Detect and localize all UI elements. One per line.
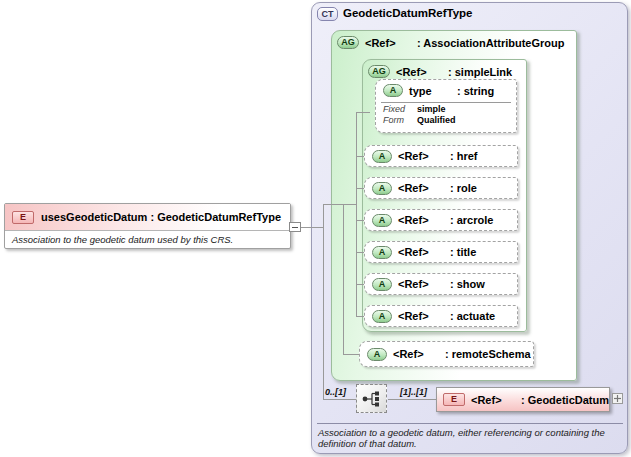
connector-line	[323, 399, 356, 400]
complextype-badge: CT	[317, 7, 338, 21]
attribute-group-ref: <Ref>	[365, 37, 411, 49]
attribute-box-role[interactable]: A <Ref> : role	[364, 177, 518, 199]
connector-line	[323, 204, 324, 399]
element-badge-icon: E	[443, 393, 465, 406]
connector-line	[356, 112, 357, 316]
element-title-row: E usesGeodeticDatum : GeodeticDatumRefTy…	[5, 204, 290, 231]
attribute-ref: <Ref>	[393, 348, 439, 360]
attribute-ref: <Ref>	[398, 310, 444, 322]
attribute-type: : string	[457, 85, 494, 97]
connector-line	[323, 204, 356, 205]
connector-line	[356, 156, 364, 157]
attribute-name: : show	[450, 278, 485, 290]
multiplicity-label: 0..[1]	[325, 387, 346, 397]
element-annotation: Association to the geodetic datum used b…	[5, 231, 290, 245]
element-name: : GeodeticDatum	[521, 394, 609, 406]
attribute-badge-icon: A	[372, 310, 392, 323]
attribute-name: : title	[450, 246, 476, 258]
annotation-divider	[317, 423, 623, 424]
attribute-badge-icon: A	[372, 214, 392, 227]
attribute-box-remoteSchema[interactable]: A <Ref> : remoteSchema	[359, 341, 534, 367]
attribute-ref: <Ref>	[398, 182, 444, 194]
attribute-box-title[interactable]: A <Ref> : title	[364, 241, 518, 263]
facet-label: Fixed	[383, 104, 417, 115]
minus-icon	[292, 227, 298, 228]
attribute-name: : arcrole	[450, 214, 493, 226]
attribute-name: : role	[450, 182, 477, 194]
expand-button[interactable]	[612, 393, 623, 404]
attribute-name: : actuate	[450, 310, 495, 322]
connector-line	[356, 284, 364, 285]
sequence-icon	[361, 390, 383, 408]
sequence-compositor[interactable]	[356, 384, 387, 413]
attribute-badge-icon: A	[372, 246, 392, 259]
attribute-group-name: : AssociationAttributeGroup	[417, 37, 564, 49]
attribute-badge-icon: A	[367, 348, 387, 361]
attribute-badge-icon: A	[372, 182, 392, 195]
facet-row-fixed: Fixed simple	[383, 104, 516, 115]
attributegroup-badge-icon: AG	[337, 36, 359, 49]
attribute-ref: <Ref>	[398, 246, 444, 258]
attribute-box-actuate[interactable]: A <Ref> : actuate	[364, 305, 518, 327]
complextype-annotation-line1: Association to a geodetic datum, either …	[318, 427, 605, 438]
element-box-GeodeticDatum[interactable]: E <Ref> : GeodeticDatum	[436, 387, 610, 412]
element-ref: <Ref>	[471, 394, 515, 406]
connector-line	[356, 112, 370, 113]
connector-line	[388, 399, 436, 400]
facet-value: simple	[417, 104, 446, 115]
element-title: usesGeodeticDatum : GeodeticDatumRefType	[41, 211, 281, 223]
attribute-badge-icon: A	[372, 150, 392, 163]
multiplicity-label: [1]..[1]	[400, 387, 427, 397]
element-badge-icon: E	[12, 211, 34, 224]
facet-value: Qualified	[417, 115, 456, 126]
attribute-ref: <Ref>	[398, 150, 444, 162]
connector-line	[301, 227, 323, 228]
connector-line	[356, 220, 364, 221]
complextype-title: GeodeticDatumRefType	[343, 7, 473, 19]
simplelink-title: AG <Ref> : simpleLink	[368, 65, 512, 78]
facet-row-form: Form Qualified	[383, 115, 516, 126]
collapse-button[interactable]	[289, 222, 301, 232]
attribute-box-type[interactable]: A type : string Fixed simple Form Qualif…	[375, 79, 517, 133]
connector-line	[356, 188, 364, 189]
attribute-box-href[interactable]: A <Ref> : href	[364, 145, 518, 167]
connector-line	[343, 204, 344, 354]
connector-line	[356, 316, 364, 317]
attribute-name: : href	[450, 150, 478, 162]
attribute-ref: <Ref>	[398, 278, 444, 290]
plus-icon	[614, 395, 621, 402]
attribute-box-arcrole[interactable]: A <Ref> : arcrole	[364, 209, 518, 231]
attribute-group-title: AG <Ref> : AssociationAttributeGroup	[337, 36, 564, 49]
attribute-name: : remoteSchema	[445, 348, 531, 360]
simplelink-ref: <Ref>	[396, 66, 442, 78]
simplelink-name: : simpleLink	[448, 66, 512, 78]
attribute-box-show[interactable]: A <Ref> : show	[364, 273, 518, 295]
element-box-usesGeodeticDatum[interactable]: E usesGeodeticDatum : GeodeticDatumRefTy…	[4, 203, 291, 249]
attribute-title-type: A type : string	[383, 84, 516, 97]
connector-line	[343, 354, 359, 355]
attribute-ref: <Ref>	[398, 214, 444, 226]
attributegroup-badge-icon: AG	[368, 65, 390, 78]
attribute-badge-icon: A	[372, 278, 392, 291]
facet-label: Form	[383, 115, 417, 126]
schema-diagram: CT GeodeticDatumRefType AG <Ref> : Assoc…	[0, 0, 631, 457]
facet-divider	[381, 102, 511, 103]
complextype-annotation-line2: definition of that datum.	[318, 438, 417, 449]
attribute-name: type	[409, 85, 451, 97]
connector-line	[356, 252, 364, 253]
attribute-badge-icon: A	[383, 84, 403, 97]
